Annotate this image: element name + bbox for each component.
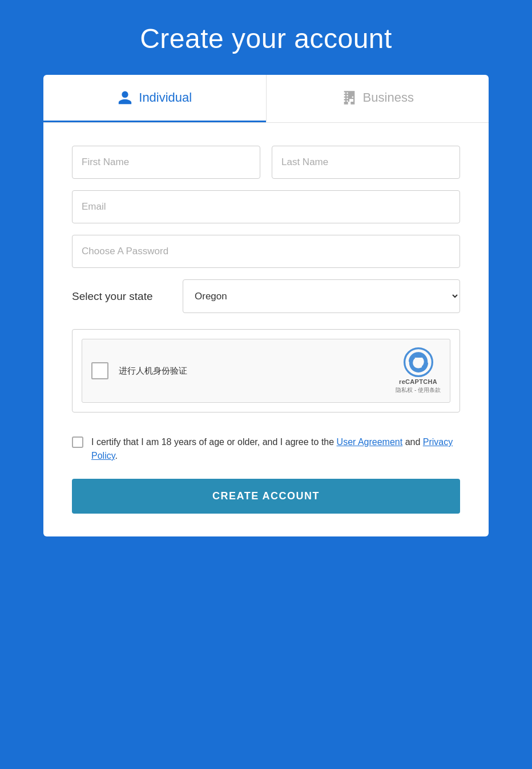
certify-text-before: I certify that I am 18 years of age or o… — [91, 437, 337, 447]
certify-text-after: . — [115, 451, 118, 460]
form-area: Select your state Oregon Alabama Alaska … — [43, 123, 489, 435]
registration-card: Individual Business Select your state — [43, 75, 489, 536]
tab-individual[interactable]: Individual — [43, 75, 266, 122]
page-title: Create your account — [140, 23, 392, 54]
recaptcha-brand-label: reCAPTCHA — [399, 378, 437, 385]
recaptcha-right: reCAPTCHA 隐私权 - 使用条款 — [396, 347, 441, 394]
state-select[interactable]: Oregon Alabama Alaska Arizona Arkansas C… — [183, 279, 460, 313]
create-account-button[interactable]: CREATE ACCOUNT — [72, 479, 460, 514]
first-name-input[interactable] — [72, 146, 260, 179]
recaptcha-wrapper: 进行人机身份验证 reCAPTCHA 隐私权 - 使用条款 — [72, 329, 460, 412]
recaptcha-logo-icon — [404, 347, 433, 377]
last-name-input[interactable] — [272, 146, 460, 179]
certify-checkbox[interactable] — [72, 436, 83, 448]
state-row: Select your state Oregon Alabama Alaska … — [72, 279, 460, 313]
tab-business[interactable]: Business — [266, 75, 489, 122]
recaptcha-checkbox[interactable] — [91, 362, 108, 379]
tab-individual-label: Individual — [139, 90, 192, 105]
building-icon — [341, 90, 357, 106]
recaptcha-text: 进行人机身份验证 — [119, 366, 187, 377]
password-row — [72, 235, 460, 268]
account-type-tabs: Individual Business — [43, 75, 489, 123]
recaptcha-links-label: 隐私权 - 使用条款 — [396, 386, 441, 394]
certify-text: I certify that I am 18 years of age or o… — [91, 435, 460, 463]
user-agreement-link[interactable]: User Agreement — [337, 437, 403, 447]
email-input[interactable] — [72, 190, 460, 223]
certify-row: I certify that I am 18 years of age or o… — [43, 435, 489, 463]
tab-business-label: Business — [363, 90, 414, 105]
state-label: Select your state — [72, 290, 169, 303]
name-row — [72, 146, 460, 179]
email-row — [72, 190, 460, 223]
recaptcha-inner: 进行人机身份验证 reCAPTCHA 隐私权 - 使用条款 — [82, 339, 450, 403]
password-input[interactable] — [72, 235, 460, 268]
certify-text-between: and — [402, 437, 423, 447]
person-icon — [117, 90, 133, 106]
recaptcha-left: 进行人机身份验证 — [91, 362, 187, 379]
